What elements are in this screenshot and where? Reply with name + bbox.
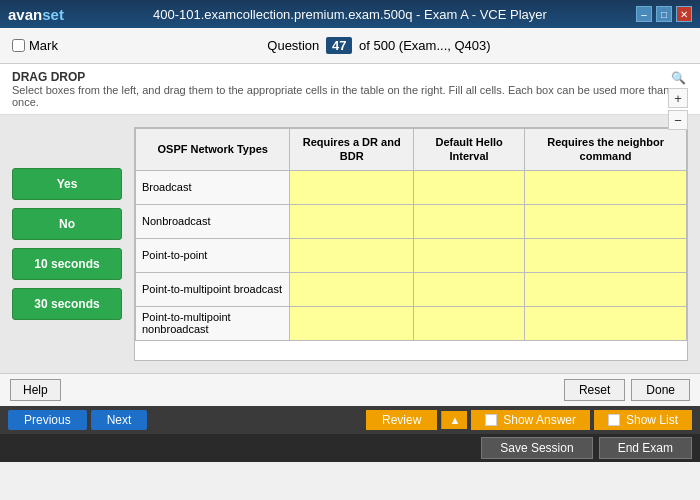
- table-row: Broadcast: [136, 170, 687, 204]
- drop-cell-ptmpnb-dr[interactable]: [290, 306, 414, 340]
- exam-info: (Exam..., Q403): [399, 38, 491, 53]
- show-answer-checkbox: [485, 414, 497, 426]
- title-bar: avanset 400-101.examcollection.premium.e…: [0, 0, 700, 28]
- bottom-controls: Help Reset Done: [0, 373, 700, 406]
- review-arrow-button[interactable]: ▲: [441, 411, 467, 429]
- reset-button[interactable]: Reset: [564, 379, 625, 401]
- drop-cell-broadcast-dr[interactable]: [290, 170, 414, 204]
- footer-bar: Save Session End Exam: [0, 434, 700, 462]
- show-list-checkbox: [608, 414, 620, 426]
- drop-cell-ptmpb-hello[interactable]: [414, 272, 525, 306]
- row-label-point-to-point: Point-to-point: [136, 238, 290, 272]
- next-button[interactable]: Next: [91, 410, 148, 430]
- drag-drop-description: Select boxes from the left, and drag the…: [12, 84, 688, 108]
- drop-cell-ptmpnb-neighbor[interactable]: [525, 306, 687, 340]
- drop-cell-ptp-neighbor[interactable]: [525, 238, 687, 272]
- question-total: of 500: [359, 38, 395, 53]
- search-icon[interactable]: 🔍: [668, 70, 688, 86]
- drop-cell-ptmpnb-hello[interactable]: [414, 306, 525, 340]
- question-number: 47: [326, 37, 352, 54]
- row-label-ptmp-nonbroadcast: Point-to-multipoint nonbroadcast: [136, 306, 290, 340]
- zoom-controls[interactable]: 🔍 + −: [668, 70, 688, 130]
- drop-cell-broadcast-hello[interactable]: [414, 170, 525, 204]
- window-title: 400-101.examcollection.premium.exam.500q…: [153, 7, 547, 22]
- show-list-label: Show List: [626, 413, 678, 427]
- question-info: Question 47 of 500 (Exam..., Q403): [70, 37, 688, 54]
- minimize-button[interactable]: –: [636, 6, 652, 22]
- drag-box-no[interactable]: No: [12, 208, 122, 240]
- table-row: Point-to-multipoint nonbroadcast: [136, 306, 687, 340]
- row-label-nonbroadcast: Nonbroadcast: [136, 204, 290, 238]
- instruction-area: DRAG DROP Select boxes from the left, an…: [0, 64, 700, 115]
- row-label-broadcast: Broadcast: [136, 170, 290, 204]
- logo-text-2: set: [42, 6, 64, 23]
- table-row: Point-to-multipoint broadcast: [136, 272, 687, 306]
- drag-boxes-panel: Yes No 10 seconds 30 seconds: [12, 127, 122, 361]
- mark-checkbox-container[interactable]: Mark: [12, 38, 58, 53]
- drag-table: OSPF Network Types Requires a DR and BDR…: [135, 128, 687, 341]
- done-button[interactable]: Done: [631, 379, 690, 401]
- save-session-button[interactable]: Save Session: [481, 437, 592, 459]
- previous-button[interactable]: Previous: [8, 410, 87, 430]
- right-buttons: Reset Done: [564, 379, 690, 401]
- question-label: Question: [267, 38, 319, 53]
- row-label-ptmp-broadcast: Point-to-multipoint broadcast: [136, 272, 290, 306]
- drop-cell-ptp-hello[interactable]: [414, 238, 525, 272]
- drop-cell-ptmpb-neighbor[interactable]: [525, 272, 687, 306]
- show-answer-label: Show Answer: [503, 413, 576, 427]
- show-list-button[interactable]: Show List: [594, 410, 692, 430]
- mark-checkbox[interactable]: [12, 39, 25, 52]
- maximize-button[interactable]: □: [656, 6, 672, 22]
- window-controls[interactable]: – □ ✕: [636, 6, 692, 22]
- drag-drop-label: DRAG DROP: [12, 70, 688, 84]
- header-row: Mark Question 47 of 500 (Exam..., Q403): [0, 28, 700, 64]
- zoom-out-button[interactable]: −: [668, 110, 688, 130]
- logo-text-1: avan: [8, 6, 42, 23]
- show-answer-button[interactable]: Show Answer: [471, 410, 590, 430]
- help-button[interactable]: Help: [10, 379, 61, 401]
- drag-table-wrapper: OSPF Network Types Requires a DR and BDR…: [134, 127, 688, 361]
- drop-cell-ptmpb-dr[interactable]: [290, 272, 414, 306]
- drag-box-yes[interactable]: Yes: [12, 168, 122, 200]
- col-header-neighbor: Requires the neighbor command: [525, 129, 687, 171]
- app-logo: avanset: [8, 6, 64, 23]
- drag-box-10seconds[interactable]: 10 seconds: [12, 248, 122, 280]
- mark-label: Mark: [29, 38, 58, 53]
- review-button[interactable]: Review: [366, 410, 437, 430]
- main-content: Yes No 10 seconds 30 seconds OSPF Networ…: [0, 115, 700, 373]
- drop-cell-nonbroadcast-dr[interactable]: [290, 204, 414, 238]
- drop-cell-broadcast-neighbor[interactable]: [525, 170, 687, 204]
- table-row: Nonbroadcast: [136, 204, 687, 238]
- drop-cell-ptp-dr[interactable]: [290, 238, 414, 272]
- drag-box-30seconds[interactable]: 30 seconds: [12, 288, 122, 320]
- drop-cell-nonbroadcast-hello[interactable]: [414, 204, 525, 238]
- table-row: Point-to-point: [136, 238, 687, 272]
- drop-cell-nonbroadcast-neighbor[interactable]: [525, 204, 687, 238]
- nav-bar: Previous Next Review ▲ Show Answer Show …: [0, 406, 700, 434]
- col-header-dr-bdr: Requires a DR and BDR: [290, 129, 414, 171]
- col-header-hello: Default Hello Interval: [414, 129, 525, 171]
- zoom-in-button[interactable]: +: [668, 88, 688, 108]
- end-exam-button[interactable]: End Exam: [599, 437, 692, 459]
- col-header-ospf: OSPF Network Types: [136, 129, 290, 171]
- close-button[interactable]: ✕: [676, 6, 692, 22]
